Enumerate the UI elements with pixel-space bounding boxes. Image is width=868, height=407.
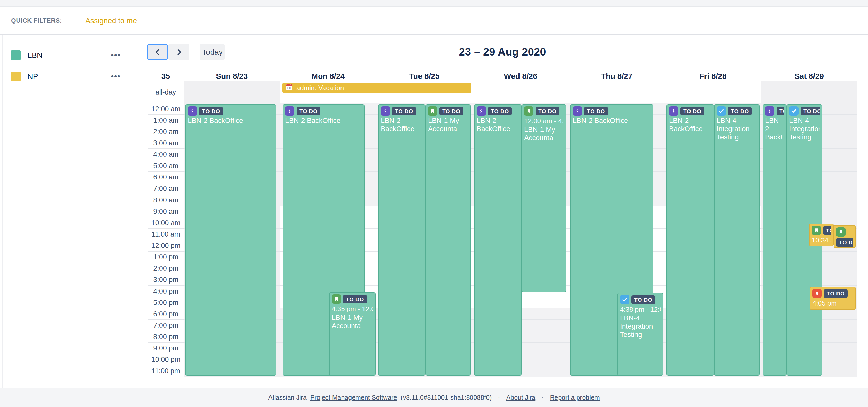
- time-label: 1:00 pm: [148, 252, 184, 263]
- event-title: LBN-2 BackOffice: [765, 117, 784, 141]
- jira-calendar-page: QUICK FILTERS: Assigned to me LBN•••NP••…: [0, 0, 868, 407]
- status-badge: TO DO: [836, 238, 853, 247]
- status-badge: TO DO: [631, 295, 655, 304]
- status-badge: TO DO: [801, 107, 820, 116]
- event-chip-header: TO DO: [812, 289, 853, 298]
- event-time: 12:00 am - 4:35 pm: [524, 117, 564, 125]
- project-menu-button[interactable]: •••: [111, 72, 121, 81]
- event-title: LBN-2 BackOffice: [285, 117, 362, 125]
- allday-cell[interactable]: [569, 81, 665, 103]
- status-badge: TO DO: [297, 107, 320, 116]
- event-time: 4:38 pm - 12:00 am: [620, 306, 660, 313]
- time-label: 3:00 am: [148, 137, 184, 149]
- quick-filter-assigned-to-me[interactable]: Assigned to me: [85, 17, 137, 25]
- allday-event-vacation[interactable]: admin: Vacation: [282, 83, 471, 93]
- status-badge: TO DO: [728, 107, 752, 116]
- event-chip-header: TO DO: [285, 106, 362, 116]
- event-chip[interactable]: TO DO4:38 pm - 12:00 amLBN-4 Integration…: [617, 293, 663, 376]
- time-label: 9:00 pm: [148, 343, 184, 354]
- event-chip[interactable]: TO DOLBN-1 My Accounta: [426, 104, 471, 376]
- day-header: Fri 8/28: [665, 71, 761, 81]
- bug-icon: [812, 289, 822, 298]
- next-week-button[interactable]: [168, 44, 189, 60]
- prev-week-button[interactable]: [147, 44, 168, 60]
- event-title: LBN-2 BackOffice: [381, 117, 423, 133]
- event-title: LBN-2 BackOffice: [188, 117, 274, 125]
- event-chip-header: TO DO: [765, 106, 784, 116]
- allday-cell[interactable]: [472, 81, 568, 103]
- event-chip[interactable]: TO DO4:05 pmNP-3 Prod: [810, 287, 856, 310]
- status-badge: TO DO: [777, 107, 784, 116]
- footer-software-link[interactable]: Project Management Software: [310, 394, 397, 401]
- status-badge: TO DO: [392, 107, 416, 116]
- event-title: LBN-4 Integration Testing: [620, 314, 660, 339]
- event-time: 10:34 am: [812, 236, 831, 244]
- time-label: 4:00 pm: [148, 286, 184, 297]
- event-chip[interactable]: TO DO10:34 am: [834, 225, 856, 248]
- epic-icon: [381, 106, 390, 116]
- event-title: LBN-2 BackOffice: [669, 117, 711, 133]
- event-chip[interactable]: TO DOLBN-2 BackOffice: [378, 104, 426, 376]
- time-label: 12:00 pm: [148, 240, 184, 252]
- footer-report-link[interactable]: Report a problem: [550, 394, 600, 401]
- event-title: LBN-2 BackOffice: [573, 117, 651, 125]
- time-label: 1:00 am: [148, 115, 184, 126]
- sidebar-item-project-lbn[interactable]: LBN•••: [0, 45, 137, 66]
- time-label: 6:00 am: [148, 172, 184, 183]
- footer-about-link[interactable]: About Jira: [506, 394, 535, 401]
- footer-separator: ·: [498, 394, 500, 401]
- event-chip[interactable]: TO DO4:35 pm - 12:00 amLBN-1 My Accounta: [329, 292, 376, 376]
- day-header: Tue 8/25: [376, 71, 472, 81]
- time-label: 10:00 pm: [148, 354, 184, 366]
- status-badge: TO DO: [584, 107, 608, 116]
- event-title: LBN-1 My Accounta: [332, 314, 373, 330]
- events-layer: TO DOLBN-2 BackOfficeTO DOLBN-2 BackOffi…: [184, 103, 858, 377]
- task-icon: [620, 295, 629, 304]
- story-icon: [332, 294, 341, 304]
- allday-row: all-day admin: Vacation: [148, 81, 858, 103]
- event-chip-header: TO DO: [381, 106, 423, 116]
- event-chip[interactable]: TO DOLBN-2 BackOffice: [763, 104, 786, 376]
- event-time: 4:05 pm: [812, 299, 853, 307]
- event-chip-header: TO DO: [669, 106, 711, 116]
- allday-cell[interactable]: [761, 81, 858, 103]
- time-label: 11:00 am: [148, 228, 184, 240]
- status-badge: TO DO: [199, 107, 223, 116]
- today-button[interactable]: Today: [200, 44, 225, 60]
- event-chip-header: TO DO: [524, 106, 564, 116]
- epic-icon: [573, 106, 582, 116]
- project-menu-button[interactable]: •••: [111, 51, 121, 60]
- allday-cell[interactable]: [184, 81, 280, 103]
- event-chip[interactable]: TO DOLBN-4 Integration Testing: [714, 104, 760, 376]
- allday-cell[interactable]: [665, 81, 761, 103]
- page-footer: Atlassian Jira Project Management Softwa…: [0, 388, 868, 407]
- epic-icon: [765, 106, 774, 116]
- epic-icon: [669, 106, 678, 116]
- week-number: 35: [148, 71, 184, 81]
- top-strip: [0, 0, 868, 7]
- status-badge: TO DO: [343, 295, 367, 304]
- event-chip-header: TO DO: [789, 106, 820, 116]
- day-header: Wed 8/26: [472, 71, 568, 81]
- status-badge: TO DO: [823, 226, 831, 235]
- week-calendar: 35 Sun 8/23Mon 8/24Tue 8/25Wed 8/26Thu 8…: [148, 71, 858, 377]
- footer-product: Atlassian Jira: [268, 394, 307, 401]
- time-label: 11:00 pm: [148, 366, 184, 377]
- calendar-main: Today 23 – 29 Aug 2020 35 Sun 8/23Mon 8/…: [138, 35, 868, 388]
- project-list: LBN•••NP•••: [0, 35, 137, 87]
- epic-icon: [188, 106, 197, 116]
- event-chip-header: TO DO: [573, 106, 651, 116]
- event-chip[interactable]: TO DO10:34 amNP-1: [809, 224, 834, 246]
- time-label: 7:00 pm: [148, 320, 184, 331]
- event-chip[interactable]: TO DOLBN-2 BackOffice: [474, 104, 522, 376]
- time-label: 7:00 am: [148, 183, 184, 194]
- sidebar-item-project-np[interactable]: NP•••: [0, 66, 137, 87]
- allday-label: all-day: [148, 81, 184, 103]
- story-icon: [812, 226, 821, 235]
- event-chip[interactable]: TO DOLBN-2 BackOffice: [666, 104, 714, 376]
- task-icon: [717, 106, 726, 116]
- time-label: 5:00 am: [148, 160, 184, 172]
- event-chip[interactable]: TO DO12:00 am - 4:35 pmLBN-1 My Accounta: [522, 104, 566, 292]
- event-chip[interactable]: TO DOLBN-2 BackOffice: [185, 104, 276, 376]
- time-label: 12:00 am: [148, 103, 184, 115]
